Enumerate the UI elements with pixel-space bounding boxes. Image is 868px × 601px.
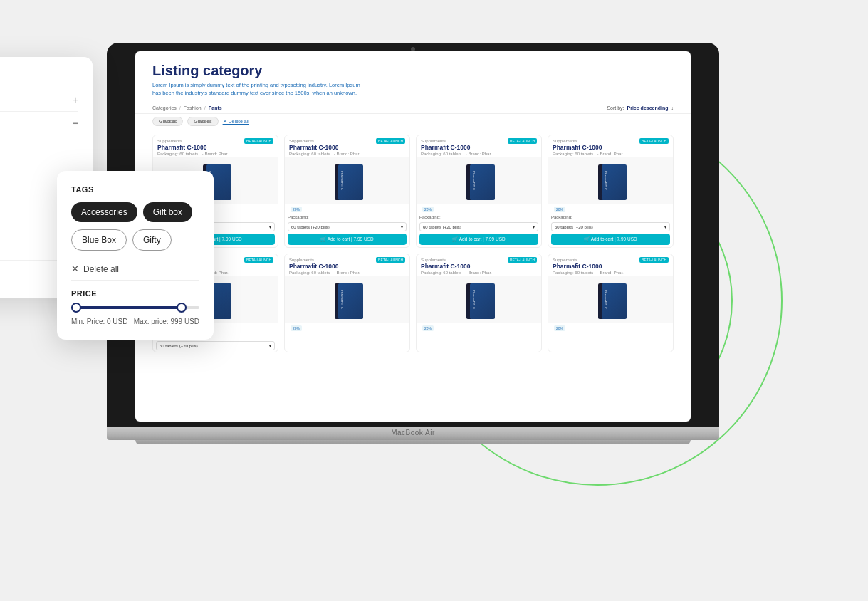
price-slider-fill [71, 306, 187, 309]
sort-bar: Sort by: Price descending ↓ [607, 105, 674, 110]
breadcrumb-categories[interactable]: Categories [152, 105, 177, 110]
product-image [417, 157, 541, 204]
product-badge: BETA-LAUNCH [639, 257, 669, 263]
product-category: Supplements [421, 258, 446, 262]
tag-gifty[interactable]: Gifty [132, 229, 172, 251]
tags-price-popup: TAGS Accessories Gift box Blue Box Gifty… [57, 171, 214, 340]
minus-icon: − [73, 117, 78, 129]
product-category: Supplements [553, 258, 577, 262]
product-card: Supplements BETA-LAUNCH Pharmafit C-1000… [416, 254, 542, 352]
product-card: Supplements BETA-LAUNCH Pharmafit C-1000… [548, 135, 674, 248]
add-to-cart-button[interactable]: 🛒 Add to cart | 7.99 USD [419, 234, 538, 245]
sort-label: Sort by: [607, 105, 624, 110]
page-description: Lorem Ipsum is simply dummy text of the … [152, 82, 366, 97]
product-badge: BETA-LAUNCH [639, 138, 669, 144]
breadcrumb-pants[interactable]: Pants [209, 105, 222, 110]
slider-thumb-min[interactable] [71, 303, 81, 313]
product-badge: BETA-LAUNCH [508, 257, 537, 263]
add-to-cart-button[interactable]: 🛒 Add to cart | 7.99 USD [288, 234, 407, 245]
product-info: Packaging: 60 tablets · Brand: Phar. [289, 271, 405, 275]
packaging-select[interactable]: 60 tablets (+20 pills) ▾ [156, 341, 275, 350]
product-category: Supplements [289, 139, 314, 143]
product-name: Pharmafit C-1000 [421, 263, 537, 270]
product-tag: 20% [422, 207, 434, 212]
breadcrumb: Categories / Fashion / Pants Sort by: Pr… [135, 103, 691, 114]
packaging-label: Packaging: [285, 214, 409, 221]
product-image [548, 276, 673, 323]
breadcrumb-sep1: / [179, 105, 181, 110]
sort-direction-icon[interactable]: ↓ [671, 105, 674, 110]
product-name: Pharmafit C-1000 [157, 144, 273, 151]
sidebar-sub-glasses[interactable]: Glasses [0, 135, 78, 152]
filter-chip-glasses2[interactable]: Glasses [187, 117, 218, 126]
tag-bluebox[interactable]: Blue Box [71, 229, 127, 251]
price-slider[interactable] [71, 306, 199, 309]
sidebar-item-bestsellers[interactable]: Bestsellers + [0, 88, 78, 112]
plus-icon: + [73, 94, 78, 105]
x-icon: ✕ [71, 263, 79, 274]
tag-accessories[interactable]: Accessories [71, 202, 137, 222]
product-badge: BETA-LAUNCH [376, 257, 405, 263]
product-info: Packaging: 60 tablets · Brand: Phar. [289, 152, 405, 156]
breadcrumb-fashion[interactable]: Fashion [184, 105, 202, 110]
product-tag: 20% [291, 325, 302, 331]
tags-row-outline: Blue Box Gifty [71, 229, 199, 251]
product-tag: 20% [554, 207, 565, 212]
product-image [417, 276, 541, 323]
product-tag: 20% [291, 207, 302, 212]
sidebar-sub-bluebox[interactable]: Blue B [0, 152, 78, 169]
product-category: Supplements [289, 258, 314, 262]
price-min-label: Min. Price: 0 USD [71, 318, 127, 325]
product-tag: 20% [422, 325, 434, 331]
product-tag: 20% [554, 325, 565, 331]
packaging-select[interactable]: 60 tablets (+20 pills) ▾ [288, 222, 407, 231]
delete-all-label: Delete all [83, 264, 119, 274]
filter-chip-glasses1[interactable]: Glasses [152, 117, 183, 126]
product-name: Pharmafit C-1000 [553, 263, 669, 270]
price-title: PRICE [71, 289, 199, 298]
page-title: Listing category [152, 63, 674, 79]
sort-value[interactable]: Price descending [627, 105, 669, 110]
product-name: Pharmafit C-1000 [421, 144, 537, 151]
product-info: Packaging: 60 tablets · Brand: Phar. [421, 152, 537, 156]
packaging-select[interactable]: 60 tablets (+20 pills) ▾ [419, 222, 538, 231]
price-max-label: Max. price: 999 USD [134, 318, 199, 325]
product-image [285, 276, 409, 323]
product-card: Supplements BETA-LAUNCH Pharmafit C-1000… [284, 135, 410, 248]
breadcrumb-sep2: / [204, 105, 206, 110]
price-labels: Min. Price: 0 USD Max. price: 999 USD [71, 318, 199, 325]
product-badge: BETA-LAUNCH [244, 257, 273, 263]
scene: Listing category Lorem Ipsum is simply d… [0, 0, 868, 601]
sidebar-item-products[interactable]: Products − [0, 112, 78, 135]
product-card: Supplements BETA-LAUNCH Pharmafit C-1000… [416, 135, 542, 248]
product-info: Packaging: 60 tablets · Brand: Phar. [157, 152, 273, 156]
packaging-select[interactable]: 60 tablets (+20 pills) ▾ [551, 222, 670, 231]
laptop-screen: Listing category Lorem Ipsum is simply d… [135, 51, 691, 422]
delete-all-row[interactable]: ✕ Delete all [71, 258, 199, 281]
product-name: Pharmafit C-1000 [289, 263, 405, 270]
slider-thumb-max[interactable] [177, 303, 187, 313]
product-info: Packaging: 60 tablets · Brand: Phar. [553, 271, 669, 275]
product-card: Supplements BETA-LAUNCH Pharmafit C-1000… [284, 254, 410, 352]
product-name: Pharmafit C-1000 [553, 144, 669, 151]
product-card: Supplements BETA-LAUNCH Pharmafit C-1000… [548, 254, 674, 352]
filter-tags-bar: Glasses Glasses ✕ Delete all [135, 114, 691, 129]
tags-row-filled: Accessories Gift box [71, 202, 199, 222]
laptop-base [107, 427, 719, 440]
products-grid: Supplements BETA-LAUNCH Pharmafit C-1000… [135, 129, 691, 358]
product-category: Supplements [553, 139, 577, 143]
page-header: Listing category Lorem Ipsum is simply d… [135, 51, 691, 103]
product-badge: BETA-LAUNCH [508, 138, 537, 144]
browser-content: Listing category Lorem Ipsum is simply d… [135, 51, 691, 422]
product-badge: BETA-LAUNCH [244, 138, 273, 144]
product-badge: BETA-LAUNCH [376, 138, 405, 144]
tags-title: TAGS [71, 185, 199, 194]
product-category: Supplements [157, 139, 182, 143]
packaging-label: Packaging: [548, 214, 673, 221]
product-image [285, 157, 409, 204]
delete-all-filter[interactable]: ✕ Delete all [223, 119, 249, 125]
laptop-foot [135, 440, 691, 444]
tag-giftbox[interactable]: Gift box [143, 202, 192, 222]
product-info: Packaging: 60 tablets · Brand: Phar. [421, 271, 537, 275]
add-to-cart-button[interactable]: 🛒 Add to cart | 7.99 USD [551, 234, 670, 245]
